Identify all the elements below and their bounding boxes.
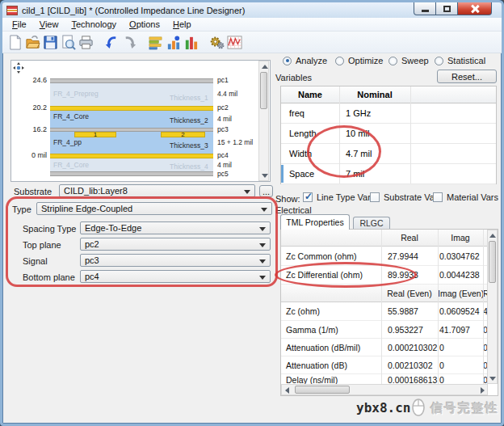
minimize-icon (422, 10, 429, 12)
checkbox-substrate-vars[interactable]: Substrate Vars (370, 192, 442, 202)
results-vscrollbar[interactable] (487, 230, 498, 384)
reset-button[interactable]: Reset... (437, 70, 497, 83)
variables-table: Name Nominal freq 1 GHz Length 10 mil Wi… (280, 86, 497, 184)
menu-options[interactable]: Options (123, 19, 166, 30)
mouse-cursor-icon (410, 399, 426, 416)
result-imag: 0.0609524 (438, 306, 483, 316)
result-real: 0.953227 (381, 325, 438, 335)
table-row: Zc (ohm) 55.9887 0.0609524 4 (281, 302, 488, 321)
result-label: Gamma (1/m) (281, 325, 381, 335)
open-folder-icon[interactable] (23, 33, 41, 51)
variables-label: Variables (275, 73, 312, 82)
var-name[interactable]: freq (281, 108, 339, 118)
result-imag: 0 (438, 361, 483, 370)
substrate-browse-button[interactable]: ... (259, 185, 273, 197)
table-row: Attenuation (dB) 0.00210302 0 0 (281, 356, 488, 374)
thickness-label: Thickness_2 (170, 116, 208, 124)
checkbox-line-type-vars[interactable]: Line Type Vars (303, 192, 375, 202)
save-icon[interactable] (41, 33, 59, 51)
chevron-down-icon (244, 190, 250, 194)
checkbox-icon (433, 192, 443, 202)
stacked-bars-chart-icon[interactable] (146, 33, 164, 51)
menu-help[interactable]: Help (166, 19, 198, 30)
column-chart-icon[interactable] (182, 33, 200, 51)
result-label: Zc Differential (ohm) (281, 270, 381, 280)
new-document-icon[interactable] (6, 33, 23, 51)
tab-tml-properties[interactable]: TML Properties (280, 214, 350, 230)
show-label: Show: (275, 194, 300, 204)
redo-icon[interactable] (120, 33, 138, 51)
toolbar (2, 32, 502, 53)
app-window: cild_1 [CILD_lib] * (Controlled Impedanc… (0, 0, 504, 426)
var-value[interactable]: 4.7 mil (339, 149, 410, 158)
axis-label: 16.2 (19, 125, 47, 133)
pc-label: pc4 (217, 151, 229, 159)
gears-settings-icon[interactable] (208, 33, 225, 51)
watermark-text: 信号完整性 (430, 401, 499, 416)
stackup-diagram: 24.6 20.2 16.2 0 mil 1 2 FR_4_Prepreg Th… (10, 60, 271, 182)
signal-combo[interactable]: pc3 (80, 254, 271, 267)
menubar: File View Technology Options Help (2, 18, 502, 32)
minimize-button[interactable] (414, 2, 436, 15)
var-name[interactable]: Length (281, 129, 339, 138)
var-name[interactable]: Width (281, 149, 339, 158)
signal-trace-1[interactable]: 1 (74, 132, 116, 137)
close-button[interactable] (458, 2, 492, 15)
table-row: Zc Differential (ohm) 89.9933 0.0044238 (281, 266, 488, 285)
bottom-plane-combo[interactable]: pc4 (80, 270, 271, 283)
layer-pc5[interactable] (50, 171, 213, 176)
print-icon[interactable] (77, 33, 94, 51)
result-imag: 0.0044238 (438, 270, 483, 280)
print-preview-icon[interactable] (59, 33, 77, 51)
var-value[interactable]: 7 mil (339, 169, 410, 179)
top-plane-combo[interactable]: pc2 (80, 238, 271, 251)
window-controls (414, 2, 492, 15)
material-label: FR_4_pp (53, 138, 82, 146)
chevron-down-icon (259, 276, 266, 280)
waveform-plot-icon[interactable] (225, 33, 243, 51)
menu-technology[interactable]: Technology (65, 19, 123, 30)
pan-icon[interactable] (13, 62, 24, 74)
material-label: FR_4_Core (53, 161, 89, 169)
substrate-label: Substrate (14, 187, 52, 196)
spacing-type-combo[interactable]: Edge-To-Edge (80, 221, 271, 234)
pc-label: pc3 (217, 125, 229, 133)
diagram-vscrollbar[interactable] (258, 61, 269, 181)
thickness-value: 4 mil (217, 161, 232, 169)
table-row: Space 7 mil (281, 164, 496, 184)
table-row: Gamma (1/m) 0.953227 41.7097 0 (281, 321, 488, 339)
radio-analyze[interactable]: Analyze (283, 56, 327, 65)
var-name[interactable]: Space (281, 169, 339, 179)
type-combo[interactable]: Stripline Edge-Coupled (36, 202, 272, 215)
var-value[interactable]: 10 mil (339, 129, 410, 138)
menu-file[interactable]: File (6, 19, 33, 30)
maximize-button[interactable] (436, 2, 458, 15)
chevron-down-icon (259, 243, 266, 247)
app-icon (6, 6, 18, 15)
checkbox-material-vars[interactable]: Material Vars (433, 192, 498, 202)
bar-chart-icon[interactable] (164, 33, 182, 51)
substrate-combo[interactable]: CILD_lib:Layer8 (59, 184, 255, 197)
tab-rlgc[interactable]: RLGC (353, 217, 390, 230)
menu-view[interactable]: View (33, 19, 65, 30)
tml-properties-table: Real Imag Zc Common (ohm) 27.9944 0.0304… (280, 229, 498, 396)
signal-trace-2[interactable]: 2 (161, 132, 205, 137)
table-header: Real (Even) Imag (Even) Real (Odd) (281, 285, 488, 302)
results-hscrollbar[interactable] (281, 384, 488, 395)
pc-label: pc2 (217, 103, 229, 112)
radio-optimize[interactable]: Optimize (335, 56, 383, 65)
table-row: Zc Common (ohm) 27.9944 0.0304762 (281, 247, 488, 266)
result-label: Zc Common (ohm) (281, 251, 381, 261)
spacing-type-label: Spacing Type (23, 224, 76, 234)
axis-label: 24.6 (19, 76, 47, 84)
thickness-value: 15 + 1.2 mil (217, 138, 253, 146)
var-value[interactable]: 1 GHz (339, 108, 410, 118)
material-label: FR_4_Prepreg (53, 90, 99, 98)
thickness-value: 4 mil (217, 115, 232, 123)
radio-sweep[interactable]: Sweep (388, 56, 429, 65)
result-real: 0.000210302 (381, 343, 438, 352)
result-imag: 0 (438, 343, 483, 352)
window-title: cild_1 [CILD_lib] * (Controlled Impedanc… (22, 6, 245, 15)
radio-statistical[interactable]: Statistical (435, 56, 485, 65)
undo-icon[interactable] (103, 33, 120, 51)
